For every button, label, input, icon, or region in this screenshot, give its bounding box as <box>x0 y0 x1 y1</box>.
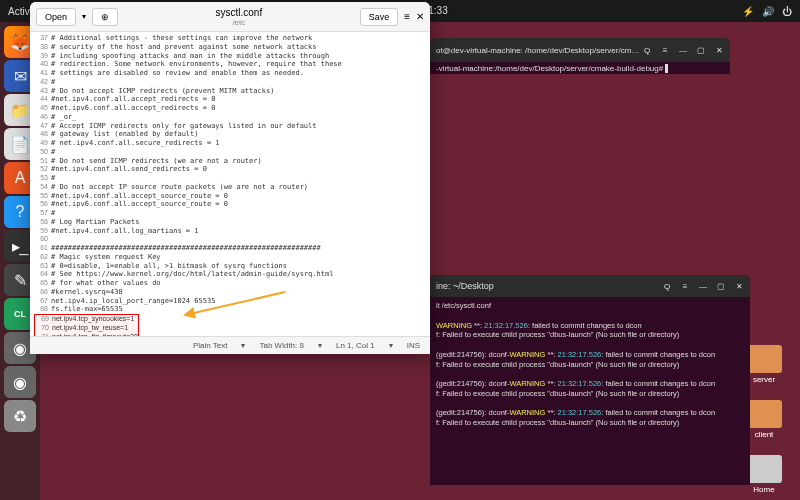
search-icon[interactable]: Q <box>662 281 672 291</box>
dock-trash[interactable]: ♻ <box>4 400 36 432</box>
maximize-icon[interactable]: ▢ <box>696 45 706 55</box>
gedit-title: sysctl.conf /etc <box>124 7 354 27</box>
gedit-header: Open ▾ ⊕ sysctl.conf /etc Save ≡ ✕ <box>30 2 430 32</box>
status-ins: INS <box>407 341 420 350</box>
hamburger-icon[interactable]: ≡ <box>404 11 410 22</box>
terminal-1: ot@dev-virtual-machine: /home/dev/Deskto… <box>430 38 730 74</box>
terminal-2-title: ine: ~/Desktop <box>436 281 662 291</box>
new-tab-button[interactable]: ⊕ <box>92 8 118 26</box>
terminal-1-body[interactable]: -virtual-machine:/home/dev/Desktop/serve… <box>430 62 730 75</box>
minimize-icon[interactable]: — <box>678 45 688 55</box>
menu-icon[interactable]: ≡ <box>680 281 690 291</box>
gedit-window: Open ▾ ⊕ sysctl.conf /etc Save ≡ ✕ 37# A… <box>30 2 430 354</box>
close-icon[interactable]: ✕ <box>416 11 424 22</box>
chevron-down-icon[interactable]: ▾ <box>82 12 86 21</box>
status-tab[interactable]: Tab Width: 8 <box>259 341 303 350</box>
status-lang[interactable]: Plain Text <box>193 341 228 350</box>
editor-body[interactable]: 37# Additional settings - these settings… <box>30 32 430 336</box>
terminal-2-body[interactable]: it /etc/sysctl.confWARNING **: 21:32:17.… <box>430 297 750 442</box>
search-icon[interactable]: Q <box>642 45 652 55</box>
open-button[interactable]: Open <box>36 8 76 26</box>
save-button[interactable]: Save <box>360 8 399 26</box>
close-icon[interactable]: ✕ <box>734 281 744 291</box>
power-icon[interactable]: ⏻ <box>782 6 792 17</box>
dock-disc2[interactable]: ◉ <box>4 366 36 398</box>
menu-icon[interactable]: ≡ <box>660 45 670 55</box>
network-icon[interactable]: ⚡ <box>742 6 754 17</box>
close-icon[interactable]: ✕ <box>714 45 724 55</box>
minimize-icon[interactable]: — <box>698 281 708 291</box>
terminal-2: ine: ~/Desktop Q ≡ — ▢ ✕ it /etc/sysctl.… <box>430 275 750 485</box>
volume-icon[interactable]: 🔊 <box>762 6 774 17</box>
status-bar: Plain Text▾ Tab Width: 8▾ Ln 1, Col 1 ▾ … <box>30 336 430 354</box>
status-pos: Ln 1, Col 1 <box>336 341 375 350</box>
terminal-1-title: ot@dev-virtual-machine: /home/dev/Deskto… <box>436 46 642 55</box>
maximize-icon[interactable]: ▢ <box>716 281 726 291</box>
